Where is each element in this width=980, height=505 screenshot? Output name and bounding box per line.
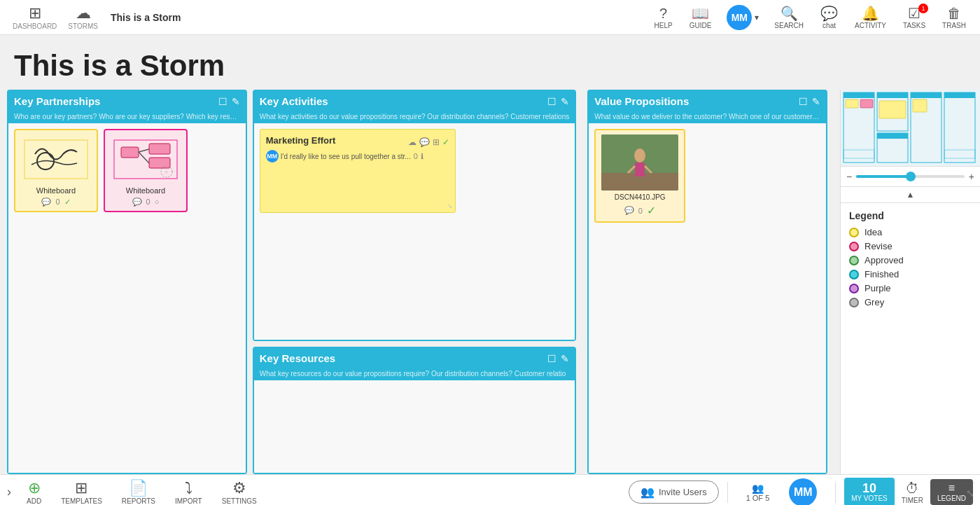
value-propositions-title: Value Propositions — [594, 95, 689, 107]
whiteboard-card-2[interactable]: ○ Whiteboard 💬 0 ○ — [104, 129, 188, 212]
storms-nav[interactable]: ☁ STORMS — [62, 4, 104, 30]
image-card-dscn[interactable]: DSCN4410.JPG 💬 0 ✓ — [594, 129, 685, 223]
whiteboard-svg-2: ○ — [111, 137, 181, 182]
value-propositions-column: Value Propositions ☐ ✎ What value do we … — [587, 90, 827, 474]
zoom-in-button[interactable]: + — [969, 171, 974, 182]
key-activities-card-icon[interactable]: ☐ — [547, 96, 556, 107]
key-partnerships-column: Key Partnerships ☐ ✎ Who are our key par… — [7, 90, 247, 474]
minimap[interactable] — [841, 90, 980, 167]
svg-rect-27 — [877, 92, 908, 98]
legend-item-approved[interactable]: Approved — [849, 255, 972, 265]
grey-label: Grey — [864, 297, 884, 307]
zoom-out-button[interactable]: − — [846, 171, 852, 182]
search-nav[interactable]: 🔍 SEARCH — [767, 2, 811, 32]
invite-label: Invite Users — [659, 487, 707, 497]
key-resources-edit-icon[interactable]: ✎ — [561, 353, 569, 364]
svg-rect-13 — [635, 162, 645, 177]
resize-handle[interactable]: ↘ — [447, 202, 452, 209]
check-circle-icon[interactable]: ✓ — [442, 137, 449, 147]
top-nav: ⊞ DASHBOARD ☁ STORMS This is a Storm ? H… — [0, 0, 980, 35]
invite-users-button[interactable]: 👥 Invite Users — [629, 480, 719, 504]
tasks-nav[interactable]: ☑ TASKS 1 — [896, 2, 932, 32]
timer-icon: ⏱ — [905, 480, 919, 497]
wb-comment-icon[interactable]: 💬 — [41, 198, 51, 207]
finished-label: Finished — [864, 269, 899, 279]
cloud-icon[interactable]: ☁ — [408, 137, 416, 147]
image-check-icon[interactable]: ✓ — [647, 204, 656, 217]
whiteboard-label-2: Whiteboard — [126, 186, 165, 195]
activity-nav[interactable]: 🔔 ACTIVITY — [848, 2, 893, 32]
sidebar-toggle-button[interactable]: › — [7, 485, 11, 499]
svg-rect-25 — [913, 99, 927, 112]
key-resources-card-icon[interactable]: ☐ — [547, 353, 556, 364]
add-button[interactable]: ⊕ ADD — [17, 476, 51, 505]
reports-icon: 📄 — [129, 479, 148, 497]
timer-button[interactable]: ⏱ TIMER — [895, 478, 930, 506]
right-panel: − + ▲ Legend Idea Revise Approved — [840, 90, 980, 474]
svg-rect-23 — [860, 99, 873, 108]
value-prop-card-icon[interactable]: ☐ — [799, 96, 808, 107]
dashboard-nav[interactable]: ⊞ DASHBOARD — [7, 4, 62, 30]
minimap-svg — [841, 90, 978, 165]
whiteboard-thumb-2: ○ — [111, 134, 181, 184]
avatar-bottom[interactable]: MM — [779, 476, 827, 506]
key-activities-edit-icon[interactable]: ✎ — [561, 96, 569, 107]
key-partnerships-subtitle: Who are our key partners? Who are our ke… — [8, 111, 246, 123]
settings-icon: ⚙ — [232, 479, 246, 497]
pagination: 👥 1 OF 5 — [736, 480, 780, 505]
storm-title-nav: This is a Storm — [111, 12, 181, 23]
collapse-button[interactable]: ▲ — [841, 187, 980, 203]
avatar-dropdown[interactable]: ▾ — [755, 13, 759, 22]
whiteboard-thumb-1 — [21, 134, 91, 184]
comment-icon[interactable]: 💬 — [419, 137, 430, 147]
user-count-icon: 👥 — [752, 483, 764, 494]
import-button[interactable]: ⤵ IMPORT — [165, 476, 212, 505]
chat-nav[interactable]: 💬 chat — [813, 2, 845, 32]
legend-icon: ≡ — [948, 482, 955, 494]
key-resources-title: Key Resources — [260, 352, 335, 364]
middle-columns: Key Activities ☐ ✎ What key activities d… — [253, 90, 582, 474]
whiteboard-card-1[interactable]: Whiteboard 💬 0 ✓ — [14, 129, 98, 212]
guide-nav[interactable]: 📖 GUIDE — [682, 2, 719, 32]
help-nav[interactable]: ? HELP — [648, 3, 680, 32]
trash-nav[interactable]: 🗑 TRASH — [935, 3, 973, 32]
my-votes-count: 10 — [862, 482, 876, 494]
my-votes-button[interactable]: 10 MY VOTES — [844, 478, 895, 505]
legend-item-purple[interactable]: Purple — [849, 283, 972, 293]
value-propositions-icons: ☐ ✎ — [799, 96, 820, 107]
image-comment-icon[interactable]: 💬 — [624, 206, 634, 215]
avatar[interactable]: MM — [727, 5, 752, 30]
wb-count-icon-2: 0 — [146, 198, 150, 207]
svg-rect-3 — [121, 147, 139, 158]
zoom-thumb[interactable] — [906, 172, 916, 181]
legend-item-grey[interactable]: Grey — [849, 297, 972, 307]
legend-item-revise[interactable]: Revise — [849, 241, 972, 251]
info-icon[interactable]: ℹ — [421, 152, 424, 161]
wb-comment-icon-2[interactable]: 💬 — [132, 198, 142, 207]
column-edit-icon[interactable]: ✎ — [232, 96, 240, 107]
svg-rect-26 — [844, 92, 874, 98]
reports-button[interactable]: 📄 REPORTS — [112, 476, 165, 505]
sticky-header: Marketing Effort ☁ 💬 ⊞ ✓ — [266, 135, 449, 148]
key-activities-icons: ☐ ✎ — [547, 96, 569, 107]
column-card-icon[interactable]: ☐ — [218, 96, 227, 107]
whiteboard-cards-row: Whiteboard 💬 0 ✓ — [14, 129, 240, 218]
search-icon: 🔍 — [780, 5, 798, 22]
value-prop-edit-icon[interactable]: ✎ — [812, 96, 820, 107]
settings-button[interactable]: ⚙ SETTINGS — [212, 476, 267, 505]
avatar-bottom-circle[interactable]: MM — [789, 478, 817, 506]
image-count: 0 — [638, 207, 643, 215]
pagination-text: 1 OF 5 — [746, 494, 770, 502]
key-partnerships-title: Key Partnerships — [14, 95, 100, 107]
marketing-effort-card[interactable]: Marketing Effort ☁ 💬 ⊞ ✓ MM I'd really l… — [260, 129, 456, 213]
svg-rect-4 — [149, 144, 170, 154]
wb-check-icon-2[interactable]: ○ — [155, 198, 160, 207]
grid-icon[interactable]: ⊞ — [433, 137, 440, 147]
grey-dot — [849, 298, 859, 307]
wb-check-icon[interactable]: ✓ — [64, 198, 71, 207]
legend-item-finished[interactable]: Finished — [849, 269, 972, 279]
templates-button[interactable]: ⊞ TEMPLATES — [51, 476, 112, 505]
zoom-slider[interactable] — [856, 175, 965, 178]
purple-label: Purple — [864, 283, 891, 293]
legend-item-idea[interactable]: Idea — [849, 227, 972, 237]
